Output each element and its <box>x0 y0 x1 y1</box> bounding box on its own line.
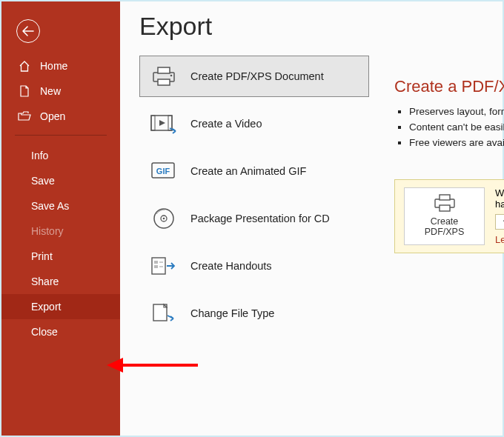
option-package-cd[interactable]: Package Presentation for CD <box>139 198 369 239</box>
export-options-list: Create PDF/XPS Document Create a Video G… <box>139 56 369 334</box>
svg-rect-20 <box>440 205 450 211</box>
sidebar-item-label: History <box>31 225 64 237</box>
option-create-video[interactable]: Create a Video <box>139 103 369 144</box>
svg-rect-19 <box>440 195 450 200</box>
home-icon <box>18 61 31 72</box>
sidebar-item-history: History <box>1 218 120 244</box>
promo-panel: Create PDF/XPS We have Inv Learn m <box>394 179 504 253</box>
detail-bullet: Free viewers are availa <box>409 135 504 150</box>
sidebar-item-label: Open <box>40 110 65 122</box>
button-label: Create PDF/XPS <box>411 216 478 237</box>
sidebar-item-home[interactable]: Home <box>1 53 120 79</box>
svg-rect-2 <box>158 79 170 85</box>
sidebar-item-info[interactable]: Info <box>1 143 120 168</box>
sidebar: Home New Open Info Save Save As History <box>1 1 120 436</box>
option-label: Create PDF/XPS Document <box>190 70 324 82</box>
option-label: Create Handouts <box>190 260 272 272</box>
sidebar-item-label: Save <box>31 175 55 187</box>
option-create-gif[interactable]: GIF Create an Animated GIF <box>139 150 369 192</box>
sidebar-item-label: Save As <box>31 200 69 212</box>
gif-icon: GIF <box>150 159 177 183</box>
pdf-printer-icon <box>150 64 177 88</box>
promo-right: We have Inv Learn m <box>495 187 504 245</box>
learn-more-link[interactable]: Learn m <box>495 234 504 245</box>
sidebar-item-share[interactable]: Share <box>1 269 120 294</box>
sidebar-item-print[interactable]: Print <box>1 244 120 269</box>
svg-rect-12 <box>152 258 165 274</box>
folder-open-icon <box>18 111 31 121</box>
sidebar-item-label: Print <box>31 250 53 262</box>
create-pdf-xps-button[interactable]: Create PDF/XPS <box>404 187 485 245</box>
svg-point-11 <box>163 218 165 220</box>
svg-text:GIF: GIF <box>156 167 170 176</box>
sidebar-divider <box>15 135 107 136</box>
video-icon <box>150 112 177 136</box>
change-file-type-icon <box>150 301 177 325</box>
sidebar-item-save-as[interactable]: Save As <box>1 193 120 218</box>
export-detail-pane: Create a PDF/X Preserves layout, forma C… <box>394 77 504 150</box>
sidebar-item-export[interactable]: Export <box>1 294 120 319</box>
option-label: Create an Animated GIF <box>190 165 306 177</box>
new-doc-icon <box>18 85 31 97</box>
sidebar-item-label: New <box>40 85 61 97</box>
option-label: Create a Video <box>190 118 262 130</box>
page-title: Export <box>139 12 503 41</box>
investigate-button[interactable]: Inv <box>495 214 504 230</box>
backstage-root: SEMANTIC SIMILARITY-POST-REVIEW.pptx www… <box>0 0 504 437</box>
option-create-pdf-xps[interactable]: Create PDF/XPS Document <box>139 56 369 97</box>
detail-bullet: Content can't be easily <box>409 119 504 135</box>
back-button[interactable] <box>16 19 40 43</box>
detail-bullet: Preserves layout, forma <box>409 104 504 119</box>
svg-rect-13 <box>154 261 158 264</box>
sidebar-item-save[interactable]: Save <box>1 168 120 193</box>
option-change-file-type[interactable]: Change File Type <box>139 293 369 334</box>
promo-text: We have <box>495 187 504 210</box>
option-create-handouts[interactable]: Create Handouts <box>139 245 369 287</box>
svg-rect-1 <box>158 67 170 73</box>
sidebar-item-close[interactable]: Close <box>1 319 120 344</box>
option-label: Package Presentation for CD <box>190 213 330 224</box>
sidebar-item-open[interactable]: Open <box>1 104 120 129</box>
arrow-left-icon <box>22 26 34 36</box>
svg-rect-14 <box>154 265 158 268</box>
sidebar-item-label: Export <box>31 301 61 313</box>
pdf-printer-icon <box>433 193 457 213</box>
option-label: Change File Type <box>190 307 274 319</box>
cd-icon <box>150 207 177 230</box>
handouts-icon <box>150 254 177 278</box>
sidebar-item-new[interactable]: New <box>1 79 120 104</box>
detail-bullets: Preserves layout, forma Content can't be… <box>409 104 504 150</box>
sidebar-item-label: Close <box>31 326 58 338</box>
sidebar-item-label: Share <box>31 276 59 287</box>
sidebar-item-label: Info <box>31 150 48 161</box>
detail-heading: Create a PDF/X <box>394 77 504 96</box>
svg-point-3 <box>170 75 173 77</box>
sidebar-item-label: Home <box>40 60 67 72</box>
